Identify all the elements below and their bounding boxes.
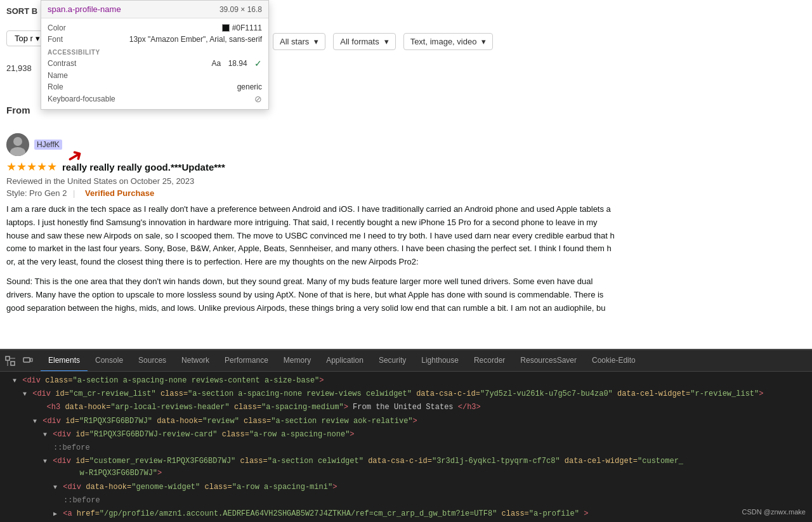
svg-point-1 [13,137,22,146]
html-tree: <div class="a-section a-spacing-none rev… [0,372,812,522]
tree-triangle[interactable] [43,431,47,438]
tab-elements[interactable]: Elements [41,350,88,372]
review-date: Reviewed in the United States on October… [6,176,806,186]
tab-network[interactable]: Network [174,350,217,372]
tree-triangle[interactable] [53,511,57,518]
all-formats-label: All formats [340,37,379,46]
avatar [6,133,29,156]
review-text: I am a rare duck in the tech space as I … [6,203,806,315]
tree-triangle[interactable] [43,458,47,465]
color-value: #0F1111 [222,23,262,32]
device-icon[interactable] [20,353,36,369]
tooltip-keyboard-row: Keyboard-focusable ⊘ [48,93,262,105]
name-label: Name [48,71,68,80]
tab-cookie-editor[interactable]: Cookie-Edito [584,350,643,372]
devtools-panel: Elements Console Sources Network Perform… [0,349,812,522]
tab-resources-saver[interactable]: ResourcesSaver [513,350,584,372]
keyboard-icon: ⊘ [254,94,262,104]
tree-line[interactable]: <a href="/gp/profile/amzn1.account.AEDRF… [0,507,812,521]
review-count: 21,938 [6,63,32,73]
tab-lighthouse[interactable]: Lighthouse [414,350,466,372]
all-formats-filter[interactable]: All formats ▾ [333,33,395,50]
tree-line[interactable]: <div id="R1PQX3FG6BD7WJ" data-hook="revi… [0,415,812,428]
filter-row: All stars ▾ All formats ▾ Text, image, v… [273,33,493,50]
tab-recorder[interactable]: Recorder [466,350,513,372]
devtools-tab-bar: Elements Console Sources Network Perform… [0,350,812,372]
tab-security[interactable]: Security [371,350,414,372]
chevron-down-icon: ▾ [36,34,40,43]
blocked-icon: ⊘ [254,94,262,104]
tooltip-dimensions: 39.09 × 16.8 [219,5,262,14]
svg-rect-7 [23,358,30,362]
tooltip-role-row: Role generic [48,81,262,93]
tree-triangle[interactable] [13,377,16,384]
tree-triangle[interactable] [53,484,57,491]
tab-application[interactable]: Application [318,350,371,372]
tree-line[interactable]: <h3 data-hook="arp-local-reviews-header"… [0,401,812,414]
svg-rect-3 [6,356,10,360]
watermark: CSDN @znwx.make [742,508,806,516]
chevron-down-icon: ▾ [481,37,486,46]
tree-line[interactable]: <div data-hook="genome-widget" class="a-… [0,481,812,494]
reviewer-name[interactable]: HJeffK [34,140,62,150]
devtools-icons [3,353,36,369]
tree-line[interactable]: ::before [0,441,812,455]
color-swatch [222,24,230,32]
tab-memory[interactable]: Memory [276,350,318,372]
tree-triangle[interactable] [33,418,37,425]
tooltip-header: span.a-profile-name 39.09 × 16.8 [41,1,268,18]
top-filter-label: Top r [15,34,33,43]
tree-line[interactable]: <div class="a-section a-spacing-none rev… [0,374,812,388]
tree-line[interactable]: <div id="cm_cr-review_list" class="a-sec… [0,388,812,401]
contrast-label: Contrast [48,59,76,68]
font-value: 13px "Amazon Ember", Arial, sans-serif [129,35,262,44]
sort-label: SORT B [6,6,37,16]
from-section: From [6,105,30,115]
tooltip-font-row: Font 13px "Amazon Ember", Arial, sans-se… [48,34,262,45]
tooltip-element-name: span.a-profile-name [48,4,121,14]
tooltip-color-row: Color #0F1111 [48,22,262,34]
review-area: HJeffK ★★★★★ really really really good.*… [6,133,806,315]
tree-line[interactable]: <div id="customer_review-R1PQX3FG6BD7WJ"… [0,455,812,480]
tree-line[interactable]: ::before [0,494,812,507]
tooltip-popup: span.a-profile-name 39.09 × 16.8 Color #… [41,0,269,110]
color-label: Color [48,23,66,32]
check-icon: ✓ [254,58,262,69]
svg-rect-8 [30,358,32,362]
tooltip-body: Color #0F1111 Font 13px "Amazon Ember", … [41,18,268,109]
all-stars-filter[interactable]: All stars ▾ [273,33,325,50]
tooltip-contrast-row: Contrast Aa 18.94 ✓ [48,57,262,70]
role-value: generic [237,82,262,91]
tab-console[interactable]: Console [88,350,131,372]
tree-line[interactable]: <div id="R1PQX3FG6BD7WJ-review-card" cla… [0,428,812,441]
role-label: Role [48,82,63,91]
text-image-video-filter[interactable]: Text, image, video ▾ [403,33,494,50]
star-rating: ★★★★★ [6,160,57,174]
font-label: Font [48,35,63,44]
devtools-content: <div class="a-section a-spacing-none rev… [0,372,812,522]
chevron-down-icon: ▾ [384,37,389,46]
page-content: SORT B Top r ▾ All stars ▾ All formats ▾… [0,0,812,349]
tab-performance[interactable]: Performance [217,350,276,372]
tree-triangle[interactable] [23,391,27,398]
keyboard-label: Keyboard-focusable [48,95,115,103]
verified-purchase: Verified Purchase [85,188,154,198]
all-stars-label: All stars [280,37,309,46]
svg-rect-4 [11,362,15,365]
contrast-value: Aa 18.94 ✓ [212,58,262,69]
text-image-video-label: Text, image, video [410,37,477,46]
tab-sources[interactable]: Sources [131,350,174,372]
tooltip-name-row: Name [48,70,262,81]
reviewer-row: HJeffK [6,133,806,156]
review-title: really really really good.***Update*** [62,162,225,173]
accessibility-header: ACCESSIBILITY [48,45,262,57]
inspect-icon[interactable] [3,353,18,369]
review-style: Style: Pro Gen 2 | Verified Purchase [6,188,806,198]
chevron-down-icon: ▾ [314,37,318,46]
